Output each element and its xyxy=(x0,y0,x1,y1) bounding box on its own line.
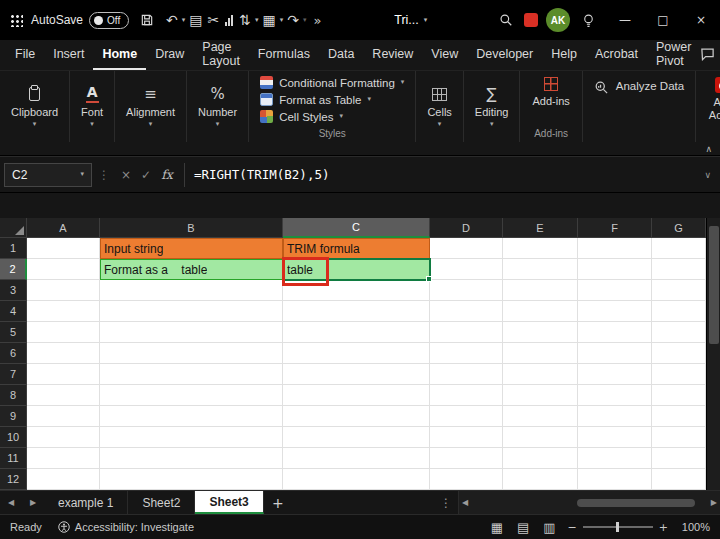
conditional-formatting-button[interactable]: Conditional Formatting ▾ xyxy=(258,75,406,90)
cell-f8[interactable] xyxy=(578,385,652,406)
borders-icon[interactable]: ▦ xyxy=(262,13,277,27)
cell-d1[interactable] xyxy=(430,238,503,259)
cell-f10[interactable] xyxy=(578,427,652,448)
cell-c5[interactable] xyxy=(283,322,430,343)
cell-a9[interactable] xyxy=(27,406,100,427)
cell-f3[interactable] xyxy=(578,280,652,301)
cell-e4[interactable] xyxy=(503,301,578,322)
column-header-d[interactable]: D xyxy=(430,218,503,238)
zoom-in-icon[interactable]: + xyxy=(659,521,668,534)
search-icon[interactable] xyxy=(496,10,516,30)
cell-b4[interactable] xyxy=(100,301,283,322)
ribbon-group-cells[interactable]: Cells ▾ xyxy=(416,71,463,142)
document-title[interactable]: Tri... ▾ xyxy=(394,13,427,27)
copy-icon[interactable]: ▤ xyxy=(188,13,203,27)
column-header-e[interactable]: E xyxy=(503,218,578,238)
row-header-2[interactable]: 2 xyxy=(0,259,27,280)
cell-f4[interactable] xyxy=(578,301,652,322)
sheet-options-icon[interactable]: ⋮ xyxy=(434,491,458,514)
cell-c1[interactable]: TRIM formula xyxy=(283,238,430,259)
zoom-out-icon[interactable]: − xyxy=(568,521,577,534)
cell-e8[interactable] xyxy=(503,385,578,406)
lightbulb-icon[interactable] xyxy=(578,10,598,30)
cell-c9[interactable] xyxy=(283,406,430,427)
sheet-tab-example-1[interactable]: example 1 xyxy=(44,491,128,514)
row-header-5[interactable]: 5 xyxy=(0,322,27,343)
tab-developer[interactable]: Developer xyxy=(467,40,542,70)
tab-home[interactable]: Home xyxy=(93,40,146,70)
enter-icon[interactable]: ✓ xyxy=(136,168,156,182)
vertical-scrollbar[interactable] xyxy=(706,218,720,490)
cell-a12[interactable] xyxy=(27,469,100,490)
row-header-6[interactable]: 6 xyxy=(0,343,27,364)
cell-g12[interactable] xyxy=(652,469,706,490)
column-header-f[interactable]: F xyxy=(578,218,652,238)
cell-c3[interactable] xyxy=(283,280,430,301)
zoom-percentage[interactable]: 100% xyxy=(680,521,710,533)
format-as-table-button[interactable]: Format as Table ▾ xyxy=(258,92,406,107)
cell-b10[interactable] xyxy=(100,427,283,448)
autosave-control[interactable]: AutoSave Off xyxy=(31,12,129,29)
cell-f1[interactable] xyxy=(578,238,652,259)
row-header-11[interactable]: 11 xyxy=(0,448,27,469)
cut-icon[interactable]: ✂ xyxy=(207,13,221,27)
cell-a1[interactable] xyxy=(27,238,100,259)
cell-f5[interactable] xyxy=(578,322,652,343)
cell-f2[interactable] xyxy=(578,259,652,280)
ribbon-group-number[interactable]: % Number ▾ xyxy=(187,71,249,142)
toolbar-overflow-icon[interactable]: » xyxy=(310,13,326,28)
select-all-button[interactable] xyxy=(0,218,27,238)
cell-e6[interactable] xyxy=(503,343,578,364)
column-header-c[interactable]: C xyxy=(283,218,430,238)
cell-f7[interactable] xyxy=(578,364,652,385)
cell-c12[interactable] xyxy=(283,469,430,490)
cell-e12[interactable] xyxy=(503,469,578,490)
tab-file[interactable]: File xyxy=(6,40,44,70)
accessibility-button[interactable]: Accessibility: Investigate xyxy=(58,521,194,533)
row-header-4[interactable]: 4 xyxy=(0,301,27,322)
cell-d11[interactable] xyxy=(430,448,503,469)
cell-d10[interactable] xyxy=(430,427,503,448)
cell-a7[interactable] xyxy=(27,364,100,385)
cell-styles-button[interactable]: Cell Styles ▾ xyxy=(258,109,406,124)
undo-icon[interactable]: ↶ xyxy=(165,13,179,27)
cell-c11[interactable] xyxy=(283,448,430,469)
cell-g8[interactable] xyxy=(652,385,706,406)
row-header-3[interactable]: 3 xyxy=(0,280,27,301)
cell-f9[interactable] xyxy=(578,406,652,427)
cell-c7[interactable] xyxy=(283,364,430,385)
horizontal-scrollbar[interactable]: ◀ ▶ xyxy=(458,491,720,514)
cell-f12[interactable] xyxy=(578,469,652,490)
row-header-10[interactable]: 10 xyxy=(0,427,27,448)
cell-g1[interactable] xyxy=(652,238,706,259)
cell-d9[interactable] xyxy=(430,406,503,427)
save-icon[interactable] xyxy=(137,10,157,30)
column-header-b[interactable]: B xyxy=(100,218,283,238)
cell-e1[interactable] xyxy=(503,238,578,259)
zoom-slider[interactable] xyxy=(583,526,653,528)
column-header-a[interactable]: A xyxy=(27,218,100,238)
chevron-down-icon[interactable]: ▾ xyxy=(280,17,284,24)
cell-b1[interactable]: Input string xyxy=(100,238,283,259)
cell-b2[interactable]: Format as a table xyxy=(100,259,283,280)
cell-e11[interactable] xyxy=(503,448,578,469)
tab-help[interactable]: Help xyxy=(542,40,586,70)
cell-b12[interactable] xyxy=(100,469,283,490)
cell-g10[interactable] xyxy=(652,427,706,448)
cell-b6[interactable] xyxy=(100,343,283,364)
cell-b5[interactable] xyxy=(100,322,283,343)
cell-g5[interactable] xyxy=(652,322,706,343)
drag-handle-icon[interactable]: ⋮ xyxy=(92,168,116,182)
tab-review[interactable]: Review xyxy=(363,40,422,70)
addins-button[interactable]: Add-ins xyxy=(532,77,569,107)
tab-data[interactable]: Data xyxy=(319,40,363,70)
cell-d12[interactable] xyxy=(430,469,503,490)
cell-c8[interactable] xyxy=(283,385,430,406)
cell-e7[interactable] xyxy=(503,364,578,385)
scroll-right-icon[interactable]: ▶ xyxy=(711,498,717,507)
ribbon-group-acrobat[interactable]: Ado Acrob xyxy=(696,71,720,142)
cell-a5[interactable] xyxy=(27,322,100,343)
cell-d2[interactable] xyxy=(430,259,503,280)
cell-a10[interactable] xyxy=(27,427,100,448)
cell-a6[interactable] xyxy=(27,343,100,364)
